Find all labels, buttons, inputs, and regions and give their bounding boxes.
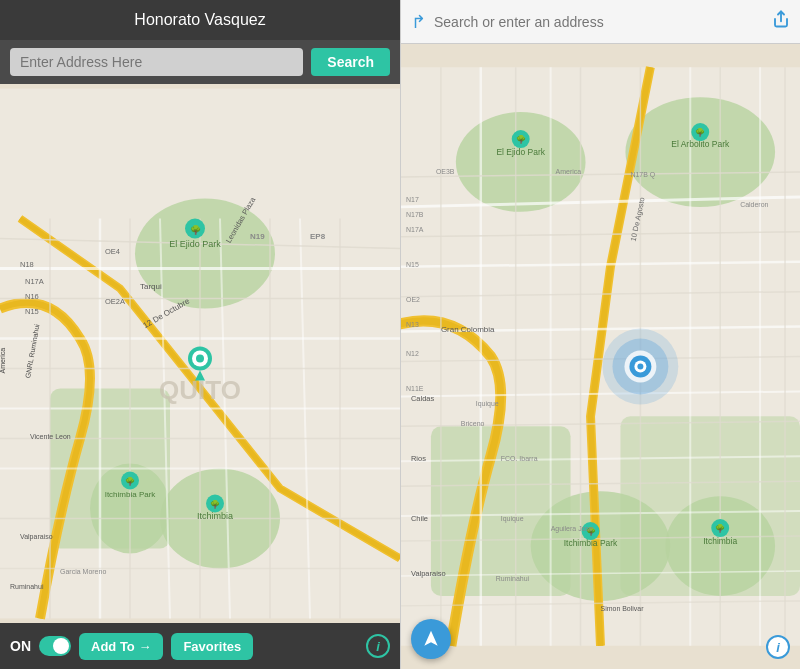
svg-text:N16: N16 bbox=[25, 292, 39, 301]
on-toggle[interactable] bbox=[39, 636, 71, 656]
address-input[interactable] bbox=[10, 48, 303, 76]
svg-text:🌳: 🌳 bbox=[210, 499, 220, 509]
svg-point-129 bbox=[637, 363, 643, 369]
svg-text:Aguilera Jose: Aguilera Jose bbox=[551, 525, 593, 533]
svg-text:Simon Bolivar: Simon Bolivar bbox=[601, 605, 645, 612]
svg-text:Iquique: Iquique bbox=[501, 515, 524, 523]
navigation-icon: ↱ bbox=[411, 11, 426, 33]
svg-text:OE2A: OE2A bbox=[105, 297, 125, 306]
svg-text:N17A: N17A bbox=[25, 277, 44, 286]
header-title: Honorato Vasquez bbox=[134, 11, 265, 29]
location-button[interactable] bbox=[411, 619, 451, 659]
svg-text:Rios: Rios bbox=[411, 454, 426, 463]
svg-text:Caldas: Caldas bbox=[411, 394, 435, 403]
svg-text:🌳: 🌳 bbox=[125, 476, 135, 486]
left-header: Honorato Vasquez bbox=[0, 0, 400, 40]
svg-point-53 bbox=[196, 355, 204, 363]
share-icon[interactable] bbox=[772, 10, 790, 33]
svg-text:Ruminahui: Ruminahui bbox=[10, 583, 44, 590]
svg-text:N17B Q: N17B Q bbox=[630, 171, 655, 179]
svg-text:America: America bbox=[556, 168, 582, 175]
svg-text:Vicente Leon: Vicente Leon bbox=[30, 433, 71, 440]
info-button[interactable]: i bbox=[366, 634, 390, 658]
svg-text:N12: N12 bbox=[406, 351, 419, 358]
svg-text:🌳: 🌳 bbox=[516, 134, 526, 144]
right-header: ↱ bbox=[401, 0, 800, 44]
right-map: El Ejido Park 🌳 El Arbolito Park 🌳 Itchi… bbox=[401, 44, 800, 669]
svg-text:Briceno: Briceno bbox=[461, 420, 485, 427]
svg-text:Gran Colombia: Gran Colombia bbox=[441, 325, 495, 334]
svg-text:Iquique: Iquique bbox=[476, 400, 499, 408]
svg-text:Tarqui: Tarqui bbox=[140, 282, 162, 291]
svg-text:N15: N15 bbox=[406, 261, 419, 268]
svg-text:Itchimbia Park: Itchimbia Park bbox=[105, 490, 157, 499]
svg-text:N11E: N11E bbox=[406, 385, 424, 392]
svg-text:OE3B: OE3B bbox=[436, 168, 455, 175]
svg-text:El Ejido Park: El Ejido Park bbox=[169, 239, 221, 249]
svg-text:N17A: N17A bbox=[406, 226, 424, 233]
right-search-input[interactable] bbox=[434, 14, 764, 30]
search-button[interactable]: Search bbox=[311, 48, 390, 76]
svg-text:EP8: EP8 bbox=[310, 232, 326, 241]
svg-text:N17: N17 bbox=[406, 196, 419, 203]
svg-text:Chile: Chile bbox=[411, 514, 428, 523]
svg-text:OE2: OE2 bbox=[406, 296, 420, 303]
left-footer: ON Add To → Favorites i bbox=[0, 623, 400, 669]
svg-text:Ruminahui: Ruminahui bbox=[496, 575, 530, 582]
svg-text:N18: N18 bbox=[20, 260, 34, 269]
svg-point-1 bbox=[135, 199, 275, 309]
svg-text:🌳: 🌳 bbox=[715, 523, 725, 533]
svg-text:Calderon: Calderon bbox=[740, 201, 768, 208]
svg-text:OE4: OE4 bbox=[105, 247, 120, 256]
add-to-button[interactable]: Add To → bbox=[79, 633, 163, 660]
svg-text:N19: N19 bbox=[250, 232, 265, 241]
svg-text:N17B: N17B bbox=[406, 211, 424, 218]
svg-point-56 bbox=[625, 97, 775, 207]
right-panel: ↱ bbox=[400, 0, 800, 669]
svg-text:Valparaiso: Valparaiso bbox=[411, 569, 446, 578]
on-label: ON bbox=[10, 638, 31, 654]
svg-text:El Ejido Park: El Ejido Park bbox=[496, 147, 545, 157]
right-info-button[interactable]: i bbox=[766, 635, 790, 659]
svg-point-57 bbox=[456, 112, 586, 212]
left-search-bar: Search bbox=[0, 40, 400, 84]
left-map: El Ejido Park 🌳 Itchimbia Itchimbia Park… bbox=[0, 84, 400, 623]
svg-text:Valparaiso: Valparaiso bbox=[20, 533, 53, 541]
svg-rect-61 bbox=[620, 416, 800, 596]
svg-text:FCO. Ibarra: FCO. Ibarra bbox=[501, 455, 538, 462]
svg-text:Itchimbia: Itchimbia bbox=[703, 536, 737, 546]
svg-text:🌳: 🌳 bbox=[190, 224, 202, 236]
svg-text:America: America bbox=[0, 348, 6, 374]
svg-text:Garcia Moreno: Garcia Moreno bbox=[60, 568, 106, 575]
svg-text:N15: N15 bbox=[25, 307, 39, 316]
favorites-button[interactable]: Favorites bbox=[171, 633, 253, 660]
svg-text:🌳: 🌳 bbox=[695, 127, 705, 137]
svg-text:N13: N13 bbox=[406, 321, 419, 328]
left-panel: Honorato Vasquez Search bbox=[0, 0, 400, 669]
